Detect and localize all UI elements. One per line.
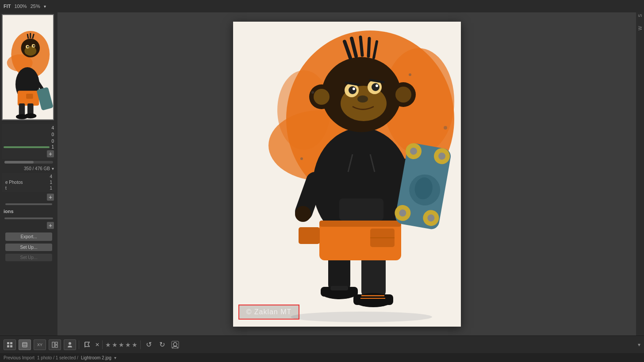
stat-val-0b: 0 [51,139,54,144]
svg-point-9 [24,113,36,118]
star-3[interactable]: ★ [119,341,124,348]
filmstrip-toolbar: XY ✕ ★ ★ ★ ★ [0,335,644,353]
zoom-pct[interactable]: 25% [31,4,40,9]
svg-point-82 [300,157,303,160]
left-panels-bottom: 4 0 0 1 + [0,122,58,335]
thumbnail-item[interactable] [2,14,54,120]
svg-rect-87 [7,345,9,347]
right-panel: S W [636,12,644,335]
setup-button-1[interactable]: Set Up... [5,244,52,251]
svg-rect-88 [10,345,12,347]
export-button[interactable]: Export... [5,232,52,241]
stat-row-0a: 0 [2,131,56,138]
add-catalog-row: + [2,193,56,202]
svg-rect-5 [26,94,33,99]
progress-bar [4,161,53,164]
storage-dropdown-icon[interactable]: ▾ [52,166,54,171]
image-container: © Zaklan MT [233,22,461,327]
compare-label: XY [37,343,42,347]
svg-point-81 [409,73,411,76]
right-panel-w[interactable]: W [638,26,643,30]
svg-point-97 [173,343,177,346]
people-view-button[interactable] [64,339,76,350]
svg-point-71 [353,88,355,90]
stat-row-0b: 0 [2,138,56,145]
flag-pick-button[interactable] [82,339,92,350]
zoom-label[interactable]: 100% [15,4,27,9]
stat-row-4: 4 [2,125,56,131]
svg-line-78 [360,37,362,55]
toolbar-separator-1 [79,340,79,349]
star-5[interactable]: ★ [132,341,138,348]
svg-point-83 [444,126,447,130]
add-section-row: + [2,149,56,158]
svg-point-72 [376,84,378,87]
loupe-view-button[interactable] [19,339,31,350]
stat-val-4: 4 [51,126,54,130]
flag-reject-button[interactable]: ✕ [95,342,100,348]
svg-line-79 [368,38,369,56]
rotate-left-button[interactable]: ↺ [143,339,154,350]
previous-import-button[interactable]: Previous Import [4,355,34,360]
star-1[interactable]: ★ [105,341,111,348]
add-button[interactable]: + [47,150,54,157]
bottom-divider [5,203,52,205]
compare-view-button[interactable]: XY [34,339,46,350]
catalog-t-label: t [5,186,7,191]
svg-rect-94 [55,345,58,347]
add-collections-row: + [2,221,56,230]
svg-point-70 [372,83,380,91]
svg-rect-30 [330,286,348,290]
star-rating[interactable]: ★ ★ ★ ★ ★ [105,341,138,348]
bottom-bar: XY ✕ ★ ★ ★ ★ [0,335,644,362]
grid-view-button[interactable] [4,339,16,350]
catalog-t: t 1 [2,185,56,191]
face-detect-button[interactable] [170,339,180,350]
svg-rect-92 [52,342,54,347]
svg-point-66 [395,87,411,103]
panel-collapse-arrow[interactable]: ▾ [638,342,640,348]
svg-point-64 [314,89,330,105]
right-panel-s[interactable]: S [638,14,643,17]
collections-label: ions [2,207,56,216]
add-collections-button[interactable]: + [47,222,54,229]
svg-rect-43 [299,227,320,244]
rotate-right-button[interactable]: ↻ [157,339,167,350]
setup-button-2[interactable]: Set Up... [5,254,52,261]
svg-point-46 [295,206,311,222]
center-image-area: © Zaklan MT [58,12,636,335]
fit-label[interactable]: FIT [4,4,11,9]
svg-rect-89 [23,343,27,347]
svg-point-15 [33,45,35,47]
catalog-total: 4 [2,174,56,179]
storage-label: 350 / 476 GB [24,166,50,171]
catalog-photos-label: e Photos [5,180,23,185]
filename-dropdown-icon[interactable]: ▾ [114,355,116,360]
svg-point-25 [277,70,330,150]
copyright-text: © Zaklan MT [246,308,292,316]
bottom-section-bar [4,217,53,219]
survey-view-button[interactable] [49,339,61,350]
thumbnail-strip [0,12,58,122]
toolbar-separator-2 [102,340,103,349]
catalog-stats: 4 e Photos 1 t 1 [2,173,56,192]
status-bar: Previous Import 1 photo / 1 selected / L… [0,353,644,362]
top-toolbar: FIT 100% 25% ▾ [0,0,644,12]
star-2[interactable]: ★ [112,341,118,348]
stat-val-1: 1 [51,145,54,149]
zoom-dropdown-icon[interactable]: ▾ [44,4,46,9]
svg-point-95 [69,342,71,345]
svg-line-16 [27,34,28,39]
star-4[interactable]: ★ [125,341,131,348]
copyright-box: © Zaklan MT [238,305,300,320]
add-catalog-button[interactable]: + [47,194,54,201]
main-content: 4 0 0 1 + [0,12,644,335]
svg-point-14 [27,46,29,48]
svg-rect-44 [319,221,401,227]
svg-rect-93 [55,342,58,344]
copyright-overlay: © Zaklan MT [233,298,461,327]
toolbar-separator-3 [140,340,141,349]
catalog-photos: e Photos 1 [2,179,56,185]
status-filename: Lightroom 2.jpg [81,355,111,360]
svg-rect-86 [10,342,12,344]
